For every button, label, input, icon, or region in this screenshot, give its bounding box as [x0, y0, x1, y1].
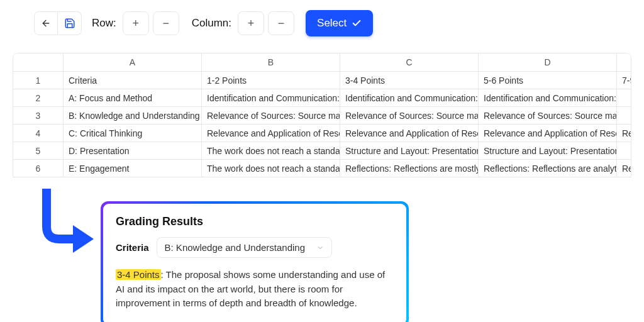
table-row: 4 C: Critical Thinking Relevance and App…	[13, 124, 631, 142]
minus-icon: −	[162, 17, 169, 30]
column-header[interactable]: B	[202, 53, 340, 71]
cell[interactable]: D: Presentation	[64, 142, 202, 159]
column-add-button[interactable]: +	[238, 11, 264, 35]
row-number[interactable]: 6	[13, 160, 64, 177]
cell[interactable]: C: Critical Thinking	[64, 125, 202, 142]
table-row: 3 B: Knowledge and Understanding Relevan…	[13, 106, 631, 124]
row-number[interactable]: 4	[13, 125, 64, 142]
corner-cell	[13, 53, 64, 71]
column-header[interactable]: E	[617, 53, 631, 71]
save-icon	[64, 18, 75, 29]
table-row: 2 A: Focus and Method Identification and…	[13, 89, 631, 106]
column-header[interactable]: A	[64, 53, 202, 71]
row-number[interactable]: 2	[13, 89, 64, 106]
row-number[interactable]: 3	[13, 107, 64, 124]
cell[interactable]: 7-9 P	[617, 72, 631, 89]
cell[interactable]: Identification and Communication:	[340, 89, 479, 106]
cell[interactable]: The work does not reach a standa	[202, 142, 340, 159]
cell[interactable]: 1-2 Points	[202, 72, 340, 89]
criteria-row: Criteria B: Knowledge and Understanding	[116, 237, 394, 258]
minus-icon: −	[278, 17, 285, 30]
plus-icon: +	[132, 17, 139, 30]
cell[interactable]	[617, 142, 631, 159]
chevron-down-icon	[316, 244, 324, 252]
save-button[interactable]	[58, 11, 82, 35]
row-number[interactable]: 1	[13, 72, 64, 89]
points-highlight: 3-4 Points	[116, 269, 161, 280]
back-button[interactable]	[34, 11, 58, 35]
row-controls: + −	[123, 11, 179, 35]
cell[interactable]: Relevance of Sources: Source mat	[340, 107, 479, 124]
row-remove-button[interactable]: −	[153, 11, 179, 35]
cell[interactable]: Relevance of Sources: Source mat	[202, 107, 340, 124]
cell[interactable]: Identification and Communication:	[202, 89, 340, 106]
toolbar: Row: + − Column: + − Select	[0, 0, 644, 42]
select-button-label: Select	[317, 17, 347, 30]
cell[interactable]: 3-4 Points	[340, 72, 479, 89]
cell[interactable]: Relevance and Application of Rese	[340, 125, 479, 142]
cell[interactable]: Relevance and Application of Rese	[479, 125, 617, 142]
callout-arrow-icon	[34, 189, 91, 258]
row-label: Row:	[92, 17, 116, 30]
check-icon	[352, 18, 362, 28]
column-header[interactable]: D	[479, 53, 617, 71]
criteria-value: B: Knowledge and Understanding	[165, 242, 306, 253]
table-row: 1 Criteria 1-2 Points 3-4 Points 5-6 Poi…	[13, 71, 631, 89]
card-text: 3-4 Points: The proposal shows some unde…	[116, 268, 394, 311]
spreadsheet[interactable]: A B C D E 1 Criteria 1-2 Points 3-4 Poin…	[13, 53, 631, 177]
column-label: Column:	[192, 17, 231, 30]
criteria-select[interactable]: B: Knowledge and Understanding	[157, 237, 333, 258]
cell[interactable]	[617, 107, 631, 124]
cell[interactable]: A: Focus and Method	[64, 89, 202, 106]
table-row: 5 D: Presentation The work does not reac…	[13, 142, 631, 159]
plus-icon: +	[248, 17, 255, 30]
column-controls: + −	[238, 11, 294, 35]
cell[interactable]: Criteria	[64, 72, 202, 89]
cell[interactable]: The work does not reach a standa	[202, 160, 340, 177]
table-row: 6 E: Engagement The work does not reach …	[13, 159, 631, 177]
column-remove-button[interactable]: −	[268, 11, 294, 35]
cell[interactable]: Refle	[617, 160, 631, 177]
cell[interactable]: Reflections: Reflections are analyti	[479, 160, 617, 177]
column-header[interactable]: C	[340, 53, 479, 71]
cell[interactable]: B: Knowledge and Understanding	[64, 107, 202, 124]
arrow-left-icon	[41, 18, 51, 28]
card-body: Grading Results Criteria B: Knowledge an…	[103, 204, 406, 322]
cell[interactable]: Relevance of Sources: Source mat	[479, 107, 617, 124]
row-add-button[interactable]: +	[123, 11, 149, 35]
row-number[interactable]: 5	[13, 142, 64, 159]
cell[interactable]: E: Engagement	[64, 160, 202, 177]
cell[interactable]: 5-6 Points	[479, 72, 617, 89]
select-button[interactable]: Select	[306, 10, 373, 36]
criteria-label: Criteria	[116, 242, 149, 253]
cell[interactable]: Relevance and Application of Rese	[202, 125, 340, 142]
nav-save-group	[34, 11, 82, 35]
cell[interactable]: Relev	[617, 125, 631, 142]
column-header-row: A B C D E	[13, 53, 631, 71]
cell[interactable]: Identification and Communication:	[479, 89, 617, 106]
cell[interactable]: Structure and Layout: Presentation	[340, 142, 479, 159]
card-title: Grading Results	[116, 215, 394, 228]
cell[interactable]	[617, 89, 631, 106]
cell[interactable]: Structure and Layout: Presentation	[479, 142, 617, 159]
cell[interactable]: Reflections: Reflections are mostly	[340, 160, 479, 177]
grading-results-card: Grading Results Criteria B: Knowledge an…	[101, 201, 409, 322]
